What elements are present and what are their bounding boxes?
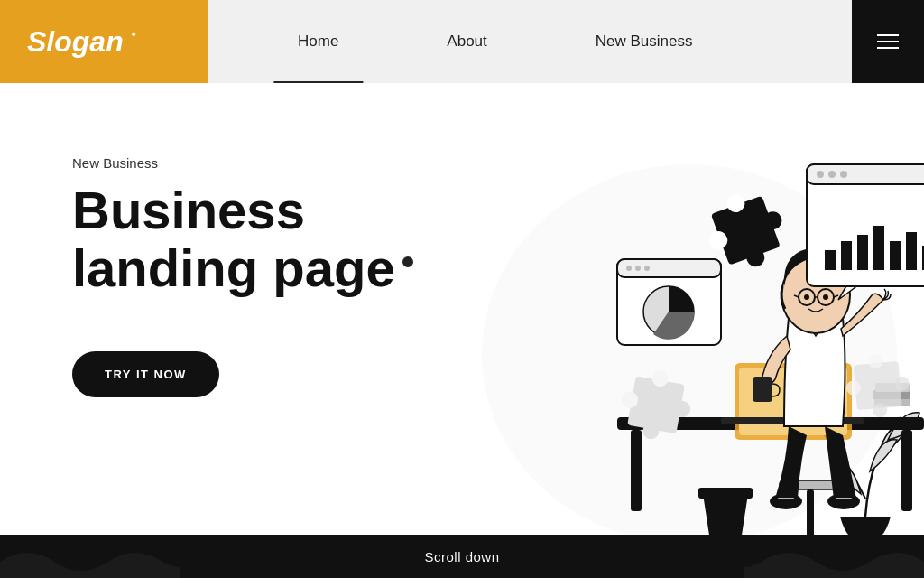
svg-rect-62 bbox=[698, 488, 753, 499]
svg-rect-17 bbox=[753, 377, 772, 402]
svg-point-21 bbox=[804, 294, 809, 300]
footer-bar: Scroll down bbox=[0, 535, 924, 578]
hero-title-line2: landing page bbox=[72, 238, 395, 297]
nav-new-business[interactable]: New Business bbox=[541, 0, 747, 83]
svg-rect-33 bbox=[841, 241, 852, 270]
hero-section: New Business Business landing page TRY I… bbox=[0, 83, 924, 578]
navbar: Slogan Home About New Business bbox=[0, 0, 924, 83]
svg-rect-36 bbox=[890, 241, 901, 270]
svg-point-44 bbox=[635, 266, 641, 271]
svg-rect-37 bbox=[906, 232, 917, 270]
wave-left-icon bbox=[0, 535, 180, 578]
svg-rect-28 bbox=[807, 164, 924, 184]
svg-point-31 bbox=[840, 171, 847, 178]
hamburger-button[interactable] bbox=[852, 0, 924, 83]
hero-title-line1: Business bbox=[72, 181, 305, 239]
svg-rect-32 bbox=[825, 250, 836, 270]
svg-rect-4 bbox=[901, 430, 912, 511]
svg-rect-34 bbox=[857, 235, 868, 270]
hero-subtitle: New Business bbox=[72, 155, 413, 171]
nav-home[interactable]: Home bbox=[244, 0, 393, 83]
scroll-down-text: Scroll down bbox=[424, 549, 499, 564]
hamburger-icon bbox=[877, 34, 899, 49]
svg-point-43 bbox=[626, 266, 632, 271]
svg-point-13 bbox=[770, 493, 802, 509]
svg-point-14 bbox=[827, 493, 860, 509]
nav-about[interactable]: About bbox=[393, 0, 541, 83]
illustration-svg bbox=[365, 83, 924, 578]
title-dot-accent bbox=[402, 256, 413, 267]
svg-rect-3 bbox=[631, 430, 642, 511]
hero-illustration bbox=[365, 83, 924, 578]
logo: Slogan bbox=[0, 0, 208, 83]
svg-point-29 bbox=[817, 171, 824, 178]
nav-links: Home About New Business bbox=[208, 0, 852, 83]
svg-rect-35 bbox=[873, 226, 884, 270]
svg-point-45 bbox=[644, 266, 650, 271]
hero-title: Business landing page bbox=[72, 182, 413, 297]
logo-text: Slogan bbox=[27, 25, 124, 59]
svg-point-22 bbox=[823, 294, 828, 300]
try-it-now-button[interactable]: TRY IT NOW bbox=[72, 351, 219, 397]
hero-text-block: New Business Business landing page TRY I… bbox=[72, 155, 413, 397]
svg-rect-57 bbox=[854, 361, 902, 410]
svg-rect-15 bbox=[778, 498, 794, 499]
svg-rect-42 bbox=[617, 259, 721, 277]
svg-rect-16 bbox=[836, 498, 852, 499]
svg-point-30 bbox=[828, 171, 836, 178]
wave-right-icon bbox=[744, 535, 924, 578]
